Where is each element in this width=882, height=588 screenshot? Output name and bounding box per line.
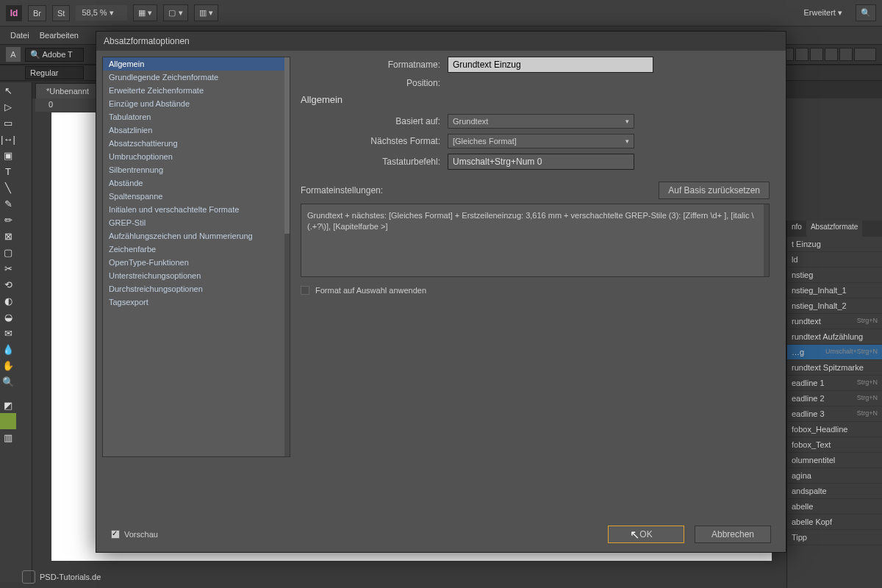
screen-mode-button[interactable]: ▢ ▾	[163, 4, 187, 21]
style-item[interactable]: eadline 2Strg+N	[787, 391, 882, 406]
style-item[interactable]: olumnentitel	[787, 453, 882, 468]
font-family-field[interactable]: 🔍 Adobe T	[25, 48, 84, 62]
form-area: Formatname: Position: Allgemein Basiert …	[290, 57, 780, 514]
pencil-tool-icon[interactable]: ✏	[0, 212, 16, 228]
category-item[interactable]: Durchstreichungsoptionen	[103, 282, 290, 295]
menu-file[interactable]: Datei	[10, 31, 29, 40]
cancel-button[interactable]: Abbrechen	[695, 526, 771, 543]
rectangle-frame-tool-icon[interactable]: ⊠	[0, 228, 16, 244]
dialog-footer: Vorschau OK Abbrechen	[96, 526, 786, 543]
style-item[interactable]: agina	[787, 468, 882, 484]
paragraph-styles-panel: nfo Absatzformate t Einzugldnstiegnstieg…	[786, 220, 882, 588]
menu-edit[interactable]: Bearbeiten	[40, 31, 79, 40]
ok-button[interactable]: OK	[608, 526, 684, 543]
hand-tool-icon[interactable]: ✋	[0, 357, 16, 373]
category-item[interactable]: Aufzählungszeichen und Nummerierung	[103, 229, 290, 243]
eyedropper-tool-icon[interactable]: 💧	[0, 341, 16, 357]
style-item[interactable]: abelle Kopf	[787, 514, 882, 530]
style-item[interactable]: rundtextStrg+N	[787, 314, 882, 329]
category-item[interactable]: Allgemein	[103, 57, 290, 71]
dialog-title: Absatzformatoptionen	[96, 32, 786, 51]
view-mode-icon[interactable]: ▥	[0, 429, 16, 445]
style-item[interactable]: eadline 3Strg+N	[787, 406, 882, 422]
style-item[interactable]: nstieg_Inhalt_1	[787, 283, 882, 298]
scissors-tool-icon[interactable]: ✂	[0, 260, 16, 276]
indent-field[interactable]	[854, 48, 876, 61]
justify-icon[interactable]	[810, 48, 823, 61]
preview-checkbox[interactable]	[111, 530, 120, 539]
arrange-button[interactable]: ▥ ▾	[194, 4, 218, 21]
page-tool-icon[interactable]: ▭	[0, 115, 16, 131]
category-item[interactable]: OpenType-Funktionen	[103, 256, 290, 269]
style-item[interactable]: eadline 1Strg+N	[787, 376, 882, 391]
category-item[interactable]: Tagsexport	[103, 295, 290, 309]
character-mode-icon[interactable]: A	[6, 47, 21, 62]
workspace-menu[interactable]: Erweitert ▾	[797, 5, 850, 21]
style-item[interactable]: …gUmschalt+Strg+N	[787, 345, 882, 360]
style-item[interactable]: abelle	[787, 499, 882, 514]
justify-last-left-icon[interactable]	[825, 48, 838, 61]
category-item[interactable]: Unterstreichungsoptionen	[103, 269, 290, 282]
based-on-label: Basiert auf:	[301, 116, 440, 126]
settings-scrollbar[interactable]	[764, 204, 769, 276]
category-item[interactable]: Einzüge und Abstände	[103, 97, 290, 110]
category-item[interactable]: Abstände	[103, 176, 290, 190]
search-icon[interactable]: 🔍	[856, 4, 876, 21]
style-item[interactable]: nstieg	[787, 268, 882, 283]
style-item[interactable]: Tipp	[787, 530, 882, 545]
category-list[interactable]: AllgemeinGrundlegende ZeichenformateErwe…	[102, 57, 290, 457]
zoom-level[interactable]: 58,5 % ▾	[76, 5, 127, 21]
justify-center-icon[interactable]	[839, 48, 853, 61]
style-item[interactable]: andspalte	[787, 484, 882, 499]
category-item[interactable]: Silbentrennung	[103, 163, 290, 176]
bridge-button[interactable]: Br	[28, 5, 46, 21]
font-weight-field[interactable]: Regular	[25, 66, 84, 79]
gradient-feather-tool-icon[interactable]: ◒	[0, 309, 16, 325]
category-item[interactable]: Tabulatoren	[103, 110, 290, 123]
category-item[interactable]: Absatzlinien	[103, 123, 290, 137]
style-item[interactable]: rundtext Aufzählung	[787, 329, 882, 345]
style-item[interactable]: t Einzug	[787, 237, 882, 252]
view-options-button[interactable]: ▦ ▾	[133, 4, 157, 21]
category-item[interactable]: Grundlegende Zeichenformate	[103, 71, 290, 84]
panel-tab-info[interactable]: nfo	[787, 220, 806, 237]
based-on-select[interactable]: Grundtext	[448, 114, 634, 129]
category-item[interactable]: GREP-Stil	[103, 216, 290, 229]
style-item[interactable]: nstieg_Inhalt_2	[787, 298, 882, 314]
stock-button[interactable]: St	[52, 5, 70, 21]
type-tool-icon[interactable]: T	[0, 163, 16, 179]
section-heading: Allgemein	[301, 94, 770, 105]
reset-to-base-button[interactable]: Auf Basis zurücksetzen	[659, 182, 770, 199]
line-tool-icon[interactable]: ╲	[0, 179, 16, 196]
fill-color-swatch[interactable]	[0, 413, 16, 429]
note-tool-icon[interactable]: ✉	[0, 325, 16, 341]
selection-tool-icon[interactable]: ↖	[0, 82, 16, 98]
direct-selection-tool-icon[interactable]: ▷	[0, 98, 16, 115]
gradient-swatch-tool-icon[interactable]: ◐	[0, 293, 16, 309]
document-tab[interactable]: *Unbenannt	[35, 83, 100, 98]
category-item[interactable]: Spaltenspanne	[103, 190, 290, 203]
category-item[interactable]: Zeichenfarbe	[103, 243, 290, 256]
gap-tool-icon[interactable]: |↔|	[0, 131, 16, 147]
pen-tool-icon[interactable]: ✎	[0, 196, 16, 212]
style-item[interactable]: rundtext Spitzmarke	[787, 360, 882, 376]
category-item[interactable]: Erweiterte Zeichenformate	[103, 84, 290, 97]
category-scrollbar[interactable]	[284, 57, 290, 456]
style-item[interactable]: ld	[787, 252, 882, 268]
content-collector-icon[interactable]: ▣	[0, 147, 16, 163]
free-transform-tool-icon[interactable]: ⟲	[0, 276, 16, 293]
fill-stroke-icon[interactable]: ◩	[0, 397, 16, 413]
panel-tab-paragraph-styles[interactable]: Absatzformate	[806, 220, 862, 237]
category-item[interactable]: Absatzschattierung	[103, 137, 290, 150]
zoom-tool-icon[interactable]: 🔍	[0, 373, 16, 390]
style-item[interactable]: fobox_Text	[787, 437, 882, 453]
next-format-select[interactable]: [Gleiches Format]	[448, 134, 634, 148]
formatname-input[interactable]	[448, 57, 653, 73]
category-item[interactable]: Umbruchoptionen	[103, 150, 290, 163]
shortcut-input[interactable]	[448, 154, 634, 170]
category-item[interactable]: Initialen und verschachtelte Formate	[103, 203, 290, 216]
rectangle-tool-icon[interactable]: ▢	[0, 244, 16, 260]
watermark: PSD-Tutorials.de	[22, 570, 101, 584]
align-right-icon[interactable]	[795, 48, 808, 61]
style-item[interactable]: fobox_Headline	[787, 422, 882, 437]
